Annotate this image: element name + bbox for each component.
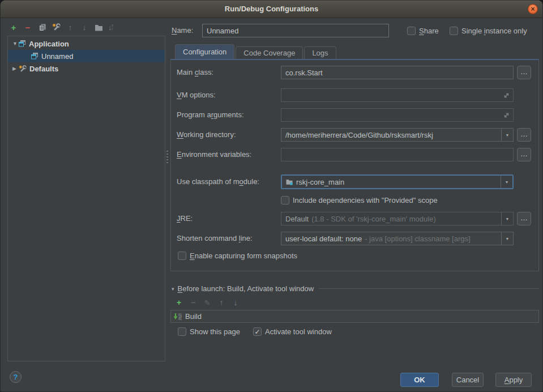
program-arguments-row: Program arguments:	[171, 108, 538, 122]
working-directory-browse-button[interactable]: …	[517, 128, 531, 142]
name-input[interactable]	[202, 24, 389, 37]
tab-configuration[interactable]: Configuration	[175, 44, 234, 59]
ok-button[interactable]: OK	[400, 373, 439, 387]
compile-icon	[173, 313, 182, 321]
add-task-icon[interactable]: +	[175, 299, 183, 306]
move-task-up-icon[interactable]: ↑	[217, 299, 225, 306]
title-bar[interactable]: Run/Debug Configurations ×	[1, 1, 542, 18]
help-icon: ?	[14, 373, 18, 381]
main-class-row: Main class: co.rsk.Start …	[171, 66, 538, 79]
jre-combo[interactable]: Default (1.8 - SDK of 'rskj-core_main' m…	[281, 212, 514, 225]
new-folder-icon[interactable]	[94, 23, 103, 32]
sort-configurations-icon[interactable]: ↓ a z	[108, 23, 113, 32]
window-title: Run/Debug Configurations	[1, 1, 542, 18]
edit-task-icon[interactable]: ✎	[203, 299, 211, 306]
form-snapshots-checkbox[interactable]	[178, 252, 186, 260]
tree-item-unnamed[interactable]: Unnamed	[8, 50, 165, 62]
tree-item-defaults[interactable]: ▶ Defaults	[8, 62, 165, 75]
jre-value: Default	[285, 215, 309, 223]
dropdown-button[interactable]: ▼	[501, 212, 513, 225]
application-icon	[31, 52, 39, 60]
shorten-command-line-note: - java [options] classname [args]	[365, 235, 470, 243]
environment-variables-browse-button[interactable]: …	[517, 148, 531, 161]
shorten-command-line-value: user-local default: none	[285, 235, 362, 243]
share-label: Share	[419, 27, 439, 35]
jre-note: (1.8 - SDK of 'rskj-core_main' module)	[311, 215, 436, 223]
before-launch-task-list: Build	[170, 310, 539, 323]
application-icon	[18, 40, 26, 48]
separator-line	[319, 288, 539, 289]
classpath-module-value: rskj-core_main	[296, 178, 344, 186]
move-down-icon[interactable]: ↓	[80, 23, 89, 32]
edit-defaults-icon[interactable]	[52, 23, 61, 32]
show-this-page-row: Show this page	[178, 327, 240, 336]
before-launch-title: Before launch: Build, Activate tool wind…	[178, 284, 314, 293]
working-directory-combo[interactable]: /home/meriherrera/Code/Github/rsksmart/r…	[281, 128, 514, 142]
collapse-section-icon[interactable]: ▾	[172, 286, 174, 292]
check-icon: ✓	[254, 329, 260, 335]
include-provided-row: Include dependencies with "Provided" sco…	[281, 196, 438, 204]
dropdown-button[interactable]: ▼	[501, 129, 513, 141]
tree-item-label: Defaults	[29, 65, 58, 73]
share-checkbox[interactable]	[407, 27, 416, 35]
shorten-command-line-combo[interactable]: user-local default: none - java [options…	[281, 232, 514, 245]
vm-options-field[interactable]	[281, 88, 514, 102]
show-this-page-checkbox[interactable]	[178, 327, 186, 336]
defaults-icon	[18, 65, 27, 73]
form-snapshots-label: Enable capturing form snapshots	[190, 252, 297, 260]
add-configuration-icon[interactable]: +	[9, 23, 18, 32]
expand-field-icon[interactable]	[503, 92, 510, 99]
expand-toggle-icon[interactable]: ▼	[12, 41, 18, 46]
environment-variables-label: Environment variables:	[177, 150, 251, 159]
single-instance-label: Single instance only	[461, 27, 527, 35]
dropdown-icon: ▼	[505, 180, 509, 184]
working-directory-row: Working directory: /home/meriherrera/Cod…	[171, 128, 538, 142]
jre-browse-button[interactable]: …	[517, 212, 531, 225]
environment-variables-row: Environment variables: …	[171, 148, 538, 161]
classpath-module-label: Use classpath of module:	[177, 177, 259, 186]
activate-tool-window-row: ✓ Activate tool window	[253, 327, 332, 336]
remove-configuration-icon[interactable]: −	[23, 23, 32, 32]
expand-toggle-icon[interactable]: ▶	[12, 66, 18, 71]
cancel-button[interactable]: Cancel	[452, 373, 484, 387]
close-button[interactable]: ×	[528, 4, 538, 14]
dropdown-icon: ▼	[506, 133, 510, 137]
splitter-handle[interactable]	[165, 36, 169, 361]
help-button[interactable]: ?	[10, 371, 22, 383]
module-icon	[285, 178, 293, 186]
remove-task-icon[interactable]: −	[189, 299, 197, 306]
expand-field-icon[interactable]	[503, 112, 510, 119]
working-directory-label: Working directory:	[177, 130, 236, 139]
program-arguments-field[interactable]	[281, 108, 514, 122]
dropdown-button[interactable]: ▼	[501, 176, 512, 188]
before-launch-toolbar: + − ✎ ↑ ↓	[175, 299, 240, 306]
main-class-field[interactable]: co.rsk.Start	[281, 66, 514, 79]
classpath-module-combo[interactable]: rskj-core_main ▼	[281, 174, 514, 189]
move-up-icon[interactable]: ↑	[66, 23, 75, 32]
single-instance-checkbox[interactable]	[450, 27, 458, 35]
tab-logs[interactable]: Logs	[304, 46, 336, 59]
vm-options-row: VM options:	[171, 88, 538, 102]
shorten-command-line-row: Shorten command line: user-local default…	[171, 232, 538, 245]
configurations-tree: ▼ Application Unnamed	[7, 36, 165, 361]
program-arguments-label: Program arguments:	[177, 110, 244, 119]
tree-item-label: Unnamed	[41, 52, 73, 61]
working-directory-value: /home/meriherrera/Code/Github/rsksmart/r…	[285, 131, 433, 139]
show-this-page-label: Show this page	[190, 327, 240, 336]
include-provided-checkbox[interactable]	[281, 196, 289, 204]
environment-variables-field[interactable]	[281, 148, 514, 161]
task-item-label: Build	[185, 312, 202, 321]
move-task-down-icon[interactable]: ↓	[232, 299, 240, 306]
main-class-browse-button[interactable]: …	[517, 66, 531, 79]
before-launch-header: ▾ Before launch: Build, Activate tool wi…	[172, 284, 539, 293]
task-item-build[interactable]: Build	[171, 310, 538, 322]
copy-configuration-icon[interactable]	[37, 23, 46, 32]
tab-code-coverage[interactable]: Code Coverage	[236, 46, 303, 59]
dropdown-button[interactable]: ▼	[501, 232, 513, 245]
main-class-label: Main class:	[177, 68, 213, 76]
tree-item-application[interactable]: ▼ Application	[8, 37, 165, 50]
name-label: Name:	[172, 26, 193, 35]
configuration-panel: Main class: co.rsk.Start … VM options:	[170, 59, 539, 271]
activate-tool-window-checkbox[interactable]: ✓	[253, 327, 262, 336]
apply-button[interactable]: Apply	[495, 373, 532, 387]
